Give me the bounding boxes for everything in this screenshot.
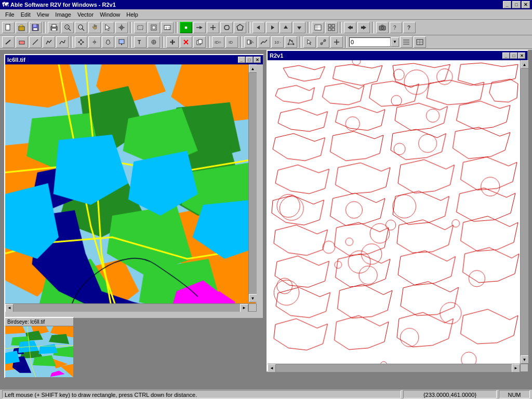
table-btn[interactable] — [312, 22, 324, 33]
right-hscroll-left[interactable]: ◄ — [268, 364, 276, 373]
scroll-down-btn[interactable] — [293, 22, 305, 33]
minimize-button[interactable]: _ — [503, 1, 511, 8]
settings2-btn[interactable]: 10→ — [271, 36, 284, 48]
settings-btn[interactable]: ? — [390, 22, 402, 33]
right-map-canvas[interactable] — [268, 60, 520, 366]
zoom-dropdown-arrow[interactable]: ▼ — [391, 37, 399, 47]
right-vscroll-down[interactable]: ▼ — [521, 355, 529, 364]
right-minimize-btn[interactable]: _ — [502, 52, 510, 59]
polygon-button[interactable] — [234, 22, 246, 33]
left-hscrollbar[interactable]: ◄ ► — [5, 303, 248, 312]
menu-edit[interactable]: Edit — [18, 10, 34, 19]
cursor2-btn[interactable] — [303, 36, 316, 48]
id-label-btn[interactable]: ID= — [212, 36, 224, 48]
save-button[interactable] — [29, 22, 42, 33]
scan-btn[interactable] — [244, 36, 257, 48]
right-hscrollbar[interactable]: ◄ ► — [268, 364, 520, 372]
left-hscroll-track[interactable] — [14, 304, 240, 312]
snap-btn[interactable] — [88, 36, 101, 48]
left-vscroll-down[interactable]: ▼ — [249, 294, 257, 302]
svg-line-57 — [81, 40, 83, 42]
plus-button[interactable] — [207, 22, 219, 33]
rectangle-select-button[interactable] — [134, 22, 147, 33]
right-window-content[interactable]: ▲ ▼ ◄ ► — [268, 60, 528, 372]
menu-view[interactable]: View — [34, 10, 52, 19]
left-minimize-btn[interactable]: _ — [238, 57, 245, 63]
svg-line-10 — [69, 29, 71, 31]
edit-poly-btn[interactable] — [285, 36, 297, 48]
menu-vector[interactable]: Vector — [74, 10, 97, 19]
zoom-100-button[interactable]: 1:1 — [161, 22, 174, 33]
left-vscroll-up[interactable]: ▲ — [249, 64, 257, 73]
right-vscroll-up[interactable]: ▲ — [521, 60, 529, 69]
green-rect-button[interactable]: ■ — [180, 22, 192, 33]
crosshair-button[interactable] — [115, 22, 128, 33]
print-button[interactable] — [48, 22, 60, 33]
left-vscrollbar[interactable]: ▲ ▼ — [248, 64, 257, 302]
right-maximize-btn[interactable]: □ — [510, 52, 517, 59]
fill-btn[interactable] — [115, 36, 128, 48]
copy-btn[interactable] — [193, 36, 206, 48]
maximize-button[interactable]: □ — [512, 1, 521, 8]
left-vscroll-track[interactable] — [249, 73, 257, 294]
pencil-btn[interactable] — [2, 36, 15, 48]
move-btn[interactable] — [166, 36, 179, 48]
menu-file[interactable]: File — [2, 10, 18, 19]
right-close-btn[interactable]: ✕ — [518, 52, 525, 59]
region-btn[interactable] — [102, 36, 114, 48]
svg-marker-63 — [106, 40, 110, 45]
list-view-btn[interactable] — [400, 36, 413, 48]
line-button[interactable] — [193, 22, 206, 33]
line-tool-btn[interactable] — [29, 36, 42, 48]
eraser-btn[interactable] — [16, 36, 28, 48]
fit-button[interactable] — [148, 22, 160, 33]
svg-marker-29 — [237, 24, 243, 30]
svg-rect-34 — [315, 25, 321, 30]
plus2-btn[interactable] — [330, 36, 343, 48]
node-btn[interactable] — [75, 36, 87, 48]
text-btn[interactable]: T — [134, 36, 147, 48]
left-hscroll-left[interactable]: ◄ — [5, 304, 14, 312]
scroll-right-btn[interactable] — [266, 22, 278, 33]
new-button[interactable] — [2, 22, 15, 33]
scroll-up-btn[interactable] — [280, 22, 292, 33]
left-maximize-btn[interactable]: □ — [246, 57, 253, 63]
arrow-left-btn[interactable] — [344, 22, 356, 33]
svg-rect-5 — [33, 28, 37, 30]
curve-btn[interactable] — [56, 36, 69, 48]
left-window-content[interactable]: ▲ ▼ ◄ ► — [5, 64, 257, 312]
close-button[interactable]: ✕ — [522, 1, 530, 8]
cursor-button[interactable] — [102, 22, 114, 33]
birdseye-canvas[interactable] — [5, 326, 73, 377]
hand-button[interactable] — [88, 22, 101, 33]
help-btn[interactable]: ? — [403, 22, 416, 33]
open-button[interactable] — [16, 22, 28, 33]
separator-1 — [44, 22, 46, 33]
menu-window[interactable]: Window — [97, 10, 123, 19]
camera-btn[interactable] — [376, 22, 389, 33]
zoom-in-button[interactable] — [61, 22, 74, 33]
arrow-right-btn[interactable] — [357, 22, 370, 33]
right-vscrollbar[interactable]: ▲ ▼ — [520, 60, 528, 364]
right-hscroll-track[interactable] — [276, 364, 512, 372]
left-map-canvas[interactable] — [5, 64, 256, 312]
grid-btn[interactable] — [325, 22, 338, 33]
menu-help[interactable]: Help — [123, 10, 141, 19]
attr-btn[interactable]: ID — [225, 36, 238, 48]
zoom-input[interactable] — [349, 37, 391, 47]
right-hscroll-right[interactable]: ► — [512, 364, 520, 373]
link2-btn[interactable] — [317, 36, 329, 48]
zoom-out-button[interactable] — [75, 22, 87, 33]
polyline-btn[interactable] — [43, 36, 55, 48]
table2-btn[interactable] — [414, 36, 426, 48]
left-close-btn[interactable]: ✕ — [254, 57, 261, 63]
vectorize-btn[interactable] — [258, 36, 270, 48]
svg-rect-40 — [332, 28, 335, 31]
menu-image[interactable]: Image — [52, 10, 74, 19]
link-button[interactable] — [220, 22, 233, 33]
left-hscroll-right[interactable]: ► — [240, 304, 248, 312]
delete-btn[interactable] — [180, 36, 192, 48]
symbol-btn[interactable] — [148, 36, 160, 48]
scroll-left-btn[interactable] — [252, 22, 265, 33]
right-vscroll-track[interactable] — [521, 69, 528, 355]
